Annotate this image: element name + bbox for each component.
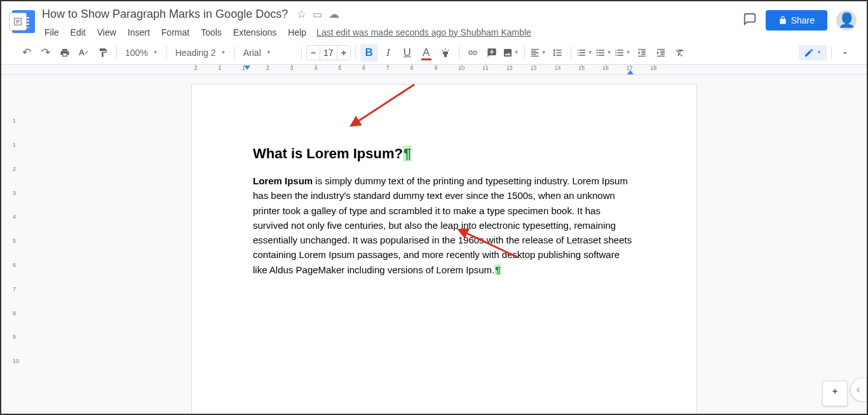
separator bbox=[459, 46, 459, 59]
separator bbox=[571, 46, 571, 59]
chevron-down-icon: ▼ bbox=[221, 50, 226, 55]
svg-line-5 bbox=[356, 85, 414, 123]
font-select[interactable]: Arial ▼ bbox=[240, 44, 297, 61]
cloud-status-icon[interactable]: ☁ bbox=[329, 8, 339, 21]
outline-toggle-button[interactable] bbox=[9, 13, 27, 31]
title-area: How to Show Paragraph Marks in Google Do… bbox=[39, 5, 743, 40]
toolbar: ↶ ↷ A✓ 100% ▼ Heading 2 ▼ Arial ▼ − 17 +… bbox=[1, 41, 867, 65]
line-spacing-button[interactable] bbox=[548, 44, 566, 62]
document-page[interactable]: What is Lorem Ipsum?¶ Lorem Ipsum is sim… bbox=[191, 84, 697, 414]
chevron-down-icon: ▼ bbox=[541, 50, 546, 55]
collapse-menus-button[interactable] bbox=[836, 44, 854, 62]
move-folder-icon[interactable]: ▭ bbox=[313, 8, 322, 20]
chevron-down-icon: ▼ bbox=[588, 50, 593, 55]
editing-mode-button[interactable]: ▼ bbox=[799, 45, 827, 60]
numbered-list-button[interactable]: ▼ bbox=[614, 44, 632, 62]
body-bold-text: Lorem Ipsum bbox=[253, 175, 313, 186]
document-body[interactable]: Lorem Ipsum is simply dummy text of the … bbox=[253, 173, 635, 277]
chevron-down-icon: ▼ bbox=[266, 50, 271, 55]
chevron-down-icon: ▼ bbox=[607, 50, 612, 55]
share-button-label: Share bbox=[791, 15, 815, 25]
horizontal-ruler[interactable]: 21123456789101112131415161718 bbox=[1, 65, 867, 75]
header-right: Share 👤 bbox=[743, 5, 857, 31]
bold-button[interactable]: B bbox=[360, 44, 378, 62]
menu-file[interactable]: File bbox=[39, 25, 64, 40]
annotation-arrow-1 bbox=[344, 81, 421, 135]
increase-indent-button[interactable] bbox=[652, 44, 670, 62]
separator bbox=[166, 46, 167, 59]
insert-link-button[interactable] bbox=[464, 44, 482, 62]
checklist-button[interactable]: ▼ bbox=[576, 44, 593, 62]
document-heading[interactable]: What is Lorem Ipsum?¶ bbox=[253, 146, 635, 162]
menu-view[interactable]: View bbox=[92, 25, 121, 40]
document-title[interactable]: How to Show Paragraph Marks in Google Do… bbox=[39, 6, 290, 22]
style-select[interactable]: Heading 2 ▼ bbox=[172, 44, 230, 61]
font-size-increase[interactable]: + bbox=[337, 48, 350, 58]
menu-format[interactable]: Format bbox=[156, 25, 194, 40]
menu-tools[interactable]: Tools bbox=[196, 25, 227, 40]
vertical-ruler[interactable]: 112345678910 bbox=[1, 75, 22, 414]
chevron-down-icon: ▼ bbox=[817, 50, 822, 55]
menu-extensions[interactable]: Extensions bbox=[228, 25, 281, 40]
pilcrow-mark: ¶ bbox=[403, 146, 412, 161]
pilcrow-mark: ¶ bbox=[494, 264, 501, 275]
menu-insert[interactable]: Insert bbox=[123, 25, 155, 40]
align-button[interactable]: ▼ bbox=[529, 44, 547, 62]
separator bbox=[524, 46, 525, 59]
heading-text: What is Lorem Ipsum? bbox=[253, 146, 403, 161]
insert-image-button[interactable]: ▼ bbox=[502, 44, 520, 62]
underline-button[interactable]: U bbox=[398, 44, 416, 62]
menu-edit[interactable]: Edit bbox=[65, 25, 91, 40]
share-button[interactable]: Share bbox=[766, 10, 827, 31]
font-size-value[interactable]: 17 bbox=[320, 46, 337, 60]
last-edit-link[interactable]: Last edit was made seconds ago by Shubha… bbox=[316, 27, 531, 37]
zoom-select[interactable]: 100% ▼ bbox=[121, 44, 162, 61]
menu-bar: File Edit View Insert Format Tools Exten… bbox=[39, 24, 743, 40]
separator bbox=[355, 46, 356, 59]
chevron-down-icon: ▼ bbox=[153, 50, 158, 55]
italic-button[interactable]: I bbox=[379, 44, 397, 62]
header: How to Show Paragraph Marks in Google Do… bbox=[1, 1, 867, 41]
font-value: Arial bbox=[243, 48, 261, 58]
print-button[interactable] bbox=[56, 44, 74, 62]
zoom-value: 100% bbox=[125, 48, 148, 58]
explore-button[interactable] bbox=[822, 381, 848, 406]
font-size-decrease[interactable]: − bbox=[307, 48, 320, 58]
add-comment-button[interactable] bbox=[483, 44, 501, 62]
user-avatar[interactable]: 👤 bbox=[836, 10, 857, 31]
paint-format-button[interactable] bbox=[94, 44, 112, 62]
style-value: Heading 2 bbox=[175, 48, 216, 58]
font-size-control: − 17 + bbox=[306, 45, 351, 60]
comments-icon[interactable] bbox=[743, 12, 757, 29]
undo-button[interactable]: ↶ bbox=[18, 44, 36, 62]
menu-help[interactable]: Help bbox=[283, 25, 311, 40]
separator bbox=[301, 46, 302, 59]
decrease-indent-button[interactable] bbox=[633, 44, 651, 62]
highlight-button[interactable] bbox=[437, 44, 454, 62]
title-row: How to Show Paragraph Marks in Google Do… bbox=[39, 5, 743, 24]
redo-button[interactable]: ↷ bbox=[37, 44, 55, 62]
spellcheck-button[interactable]: A✓ bbox=[75, 44, 93, 62]
star-icon[interactable]: ☆ bbox=[297, 8, 306, 21]
document-scroll-area[interactable]: What is Lorem Ipsum?¶ Lorem Ipsum is sim… bbox=[22, 75, 867, 414]
separator bbox=[116, 46, 117, 59]
chevron-down-icon: ▼ bbox=[514, 50, 519, 55]
toolbar-right: ▼ bbox=[799, 44, 854, 62]
chevron-down-icon: ▼ bbox=[626, 50, 631, 55]
separator bbox=[831, 46, 832, 59]
document-area: 112345678910 What is Lorem Ipsum?¶ Lorem… bbox=[1, 75, 867, 414]
bulleted-list-button[interactable]: ▼ bbox=[595, 44, 613, 62]
body-text: is simply dummy text of the printing and… bbox=[253, 175, 632, 275]
separator bbox=[234, 46, 235, 59]
clear-formatting-button[interactable] bbox=[671, 44, 689, 62]
text-color-button[interactable]: A bbox=[417, 44, 435, 62]
